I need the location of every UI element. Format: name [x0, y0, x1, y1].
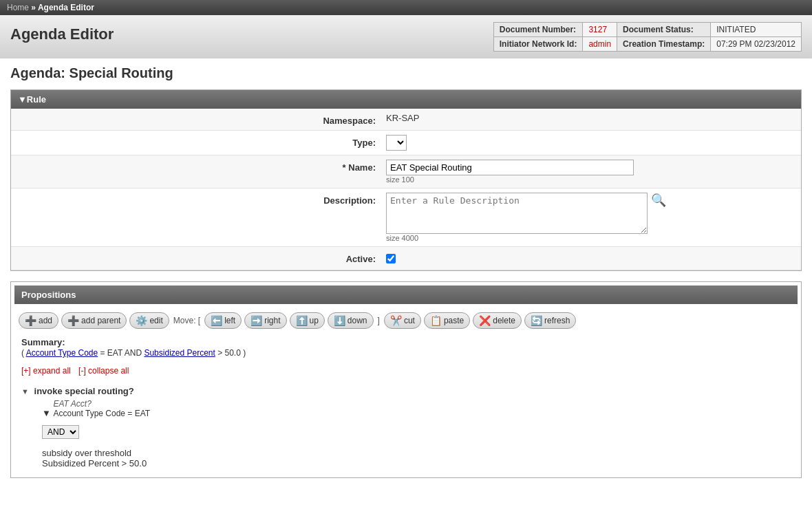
- doc-status-value: INITIATED: [711, 23, 802, 37]
- refresh-button[interactable]: 🔄 refresh: [524, 312, 576, 329]
- delete-label: delete: [493, 316, 515, 325]
- expand-all-link[interactable]: [+] expand all: [21, 366, 71, 376]
- description-icon[interactable]: 🔍: [651, 193, 666, 208]
- creation-value: 07:29 PM 02/23/2012: [711, 37, 802, 52]
- name-value-container: size 100: [383, 160, 801, 184]
- delete-button[interactable]: ❌ delete: [473, 312, 522, 329]
- propositions-section: Propositions ➕ add ➕ add parent ⚙️ edit …: [10, 281, 802, 478]
- creation-label: Creation Timestamp:: [617, 37, 711, 52]
- refresh-icon: 🔄: [531, 315, 542, 326]
- tree-root-label: invoke special routing?: [34, 386, 134, 396]
- add-parent-icon: ➕: [67, 315, 79, 326]
- page-title: Agenda Editor: [10, 25, 114, 43]
- left-icon: ⬅️: [211, 315, 222, 326]
- move-close: ]: [378, 316, 380, 325]
- breadcrumb-current: Agenda Editor: [38, 3, 94, 12]
- type-row: Type:: [11, 131, 801, 155]
- name-label: * Name:: [11, 160, 383, 173]
- tree-root-arrow[interactable]: ▼: [21, 387, 29, 396]
- tree-child-2: subsidy over threshold Subsidized Percen…: [42, 448, 791, 468]
- tree-child-1: ▼ EAT Acct? Account Type Code = EAT: [42, 399, 791, 418]
- cut-button[interactable]: ✂️ cut: [384, 312, 421, 329]
- summary-link-subsidized[interactable]: Subsidized Percent: [144, 348, 215, 358]
- breadcrumb-home-link[interactable]: Home: [7, 3, 29, 12]
- description-value-container: 🔍 size 4000: [383, 193, 801, 242]
- left-button[interactable]: ⬅️ left: [204, 312, 242, 329]
- summary-link-account[interactable]: Account Type Code: [26, 348, 98, 358]
- type-select[interactable]: [386, 135, 407, 151]
- and-dropdown: AND OR: [42, 425, 79, 439]
- add-icon: ➕: [25, 315, 36, 326]
- doc-status-label: Document Status:: [617, 23, 711, 37]
- namespace-value: KR-SAP: [383, 113, 801, 123]
- edit-label: edit: [149, 316, 162, 325]
- child2-title: subsidy over threshold: [42, 448, 791, 458]
- paste-button[interactable]: 📋 paste: [424, 312, 470, 329]
- namespace-label: Namespace:: [11, 113, 383, 126]
- child1-value: Account Type Code = EAT: [54, 409, 151, 418]
- name-size-hint: size 100: [386, 175, 801, 184]
- doc-info-table: Document Number: 3127 Document Status: I…: [493, 22, 802, 52]
- tree-section: ▼ invoke special routing? ▼ EAT Acct? Ac…: [14, 378, 798, 474]
- paste-label: paste: [444, 316, 464, 325]
- add-button[interactable]: ➕ add: [19, 312, 58, 329]
- add-parent-button[interactable]: ➕ add parent: [61, 312, 127, 329]
- summary-section: Summary: ( Account Type Code = EAT AND S…: [14, 332, 798, 363]
- up-button[interactable]: ⬆️ up: [290, 312, 325, 329]
- right-label: right: [264, 316, 280, 325]
- add-parent-label: add parent: [81, 316, 120, 325]
- edit-icon: ⚙️: [136, 315, 147, 326]
- type-value: [383, 135, 801, 151]
- collapse-all-link[interactable]: [-] collapse all: [78, 366, 129, 376]
- right-button[interactable]: ➡️ right: [244, 312, 286, 329]
- child1-title: EAT Acct?: [54, 399, 151, 409]
- propositions-header: Propositions: [14, 285, 798, 304]
- and-container: AND OR: [42, 422, 791, 442]
- breadcrumb: Home » Agenda Editor: [0, 0, 812, 15]
- rule-section: ▼Rule Namespace: KR-SAP Type: * Name: si…: [10, 89, 802, 271]
- active-value: [383, 251, 801, 266]
- agenda-title: Agenda: Special Routing: [10, 65, 802, 81]
- doc-number-label: Document Number:: [493, 23, 583, 37]
- down-button[interactable]: ⬇️ down: [328, 312, 374, 329]
- expand-collapse: [+] expand all [-] collapse all: [21, 366, 791, 376]
- down-label: down: [348, 316, 367, 325]
- edit-button[interactable]: ⚙️ edit: [129, 312, 169, 329]
- paste-icon: 📋: [430, 315, 442, 326]
- breadcrumb-separator: »: [31, 3, 38, 12]
- active-label: Active:: [11, 251, 383, 264]
- add-label: add: [39, 316, 52, 325]
- initiator-label: Initiator Network Id:: [493, 37, 583, 52]
- refresh-label: refresh: [544, 316, 570, 325]
- action-buttons: ➕ add ➕ add parent ⚙️ edit Move: [ ⬅️ le…: [14, 310, 798, 332]
- child2-value: Subsidized Percent > 50.0: [42, 458, 791, 468]
- left-label: left: [224, 316, 235, 325]
- and-select[interactable]: AND OR: [42, 425, 79, 439]
- up-icon: ⬆️: [296, 315, 308, 326]
- description-row: Description: 🔍 size 4000: [11, 188, 801, 247]
- summary-label: Summary:: [21, 337, 65, 347]
- up-label: up: [310, 316, 319, 325]
- initiator-value: admin: [583, 37, 617, 52]
- rule-section-header[interactable]: ▼Rule: [11, 90, 801, 109]
- description-label: Description:: [11, 193, 383, 206]
- delete-icon: ❌: [479, 315, 491, 326]
- namespace-row: Namespace: KR-SAP: [11, 109, 801, 131]
- tree-root-item: ▼ invoke special routing?: [21, 386, 791, 396]
- description-size-hint: size 4000: [386, 234, 801, 242]
- cut-icon: ✂️: [390, 315, 402, 326]
- right-icon: ➡️: [250, 315, 262, 326]
- main-content: Agenda: Special Routing ▼Rule Namespace:…: [0, 58, 812, 492]
- doc-number-value: 3127: [583, 23, 617, 37]
- down-icon: ⬇️: [334, 315, 345, 326]
- move-label: Move: [: [173, 316, 200, 325]
- cut-label: cut: [404, 316, 415, 325]
- summary-text: ( Account Type Code = EAT AND Subsidized…: [21, 348, 246, 358]
- type-label: Type:: [11, 135, 383, 148]
- header-section: Agenda Editor Document Number: 3127 Docu…: [0, 15, 812, 58]
- description-textarea[interactable]: [386, 193, 648, 234]
- tree-child1-arrow[interactable]: ▼: [42, 408, 51, 418]
- name-input[interactable]: [386, 160, 634, 175]
- name-row: * Name: size 100: [11, 155, 801, 188]
- active-checkbox[interactable]: [386, 254, 396, 263]
